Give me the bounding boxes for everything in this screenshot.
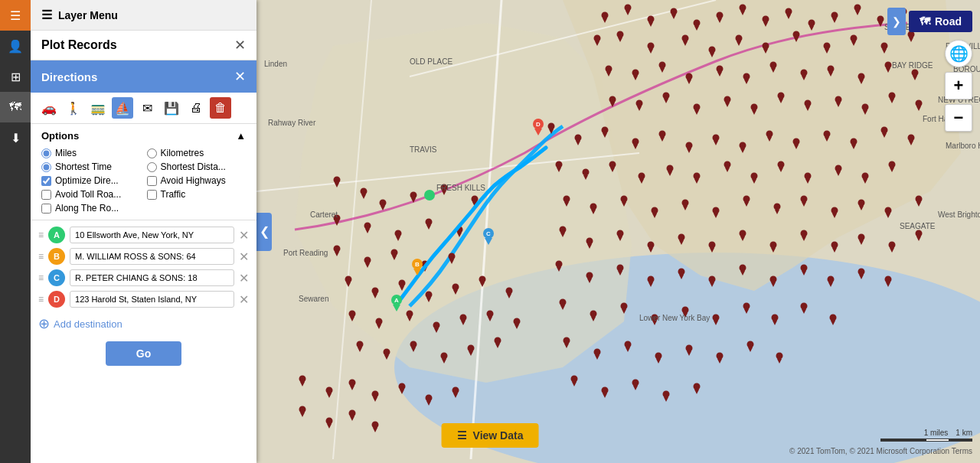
avoid-highways-label: Avoid Highways: [161, 175, 226, 186]
waypoint-badge-d: D: [48, 291, 65, 308]
shortest-distance-label: Shortest Dista...: [161, 161, 226, 172]
optimize-directions-label: Optimize Dire...: [55, 175, 119, 186]
transport-walk-button[interactable]: 🚶: [63, 97, 84, 119]
scale-miles: 1 miles: [924, 429, 949, 437]
shortest-distance-option[interactable]: Shortest Dista...: [147, 161, 247, 172]
waypoint-row-a: ≡ A ✕: [38, 227, 249, 243]
panel-expand-button[interactable]: ❮: [256, 213, 272, 251]
kilometres-option[interactable]: Kilometres: [147, 148, 247, 158]
waypoint-handle-a: ≡: [38, 230, 44, 240]
zoom-in-button[interactable]: +: [945, 72, 972, 99]
view-data-label: View Data: [473, 429, 524, 442]
copyright-text: © 2021 TomTom, © 2021 Microsoft Corporat…: [789, 447, 972, 455]
waypoint-badge-c: C: [48, 269, 65, 286]
transport-save-button[interactable]: 💾: [161, 97, 182, 119]
transport-ferry-button[interactable]: ⛵: [112, 97, 133, 119]
globe-button[interactable]: 🌐: [945, 40, 972, 67]
kilometres-label: Kilometres: [161, 148, 204, 158]
shortest-time-radio[interactable]: [41, 162, 51, 172]
avoid-toll-roads-option[interactable]: Avoid Toll Roa...: [41, 189, 141, 200]
traffic-option[interactable]: Traffic: [147, 189, 247, 200]
along-the-road-label: Along The Ro...: [55, 203, 119, 214]
zoom-out-button[interactable]: −: [945, 104, 972, 132]
plot-records-close-button[interactable]: ✕: [234, 38, 246, 52]
map-view-arrow-button[interactable]: ❯: [887, 8, 906, 35]
avoid-highways-checkbox[interactable]: [147, 176, 157, 186]
avoid-toll-roads-label: Avoid Toll Roa...: [55, 189, 121, 200]
shortest-time-option[interactable]: Shortest Time: [41, 161, 141, 172]
options-collapse-icon: ▲: [236, 130, 246, 142]
shortest-time-label: Shortest Time: [55, 161, 112, 172]
sidebar-icon-download[interactable]: ⬇: [0, 122, 31, 153]
miles-radio[interactable]: [41, 148, 51, 158]
traffic-checkbox[interactable]: [147, 190, 157, 200]
waypoint-input-d[interactable]: [70, 291, 234, 308]
directions-close-button[interactable]: ✕: [234, 68, 246, 85]
go-button[interactable]: Go: [106, 341, 181, 366]
transport-transit-button[interactable]: 🚃: [87, 97, 109, 119]
waypoint-handle-c: ≡: [38, 272, 44, 283]
waypoint-remove-c[interactable]: ✕: [239, 271, 249, 285]
layer-menu-title: Layer Menu: [58, 9, 118, 21]
scale-km: 1 km: [956, 429, 972, 437]
sidebar-icon-map[interactable]: 🗺: [0, 92, 31, 122]
waypoint-row-c: ≡ C ✕: [38, 269, 249, 286]
waypoints-section: ≡ A ✕ ≡ B ✕ ≡ C ✕ ≡ D ✕ ⊕ Add destinatio…: [31, 220, 256, 378]
sidebar-icon-grid[interactable]: ⊞: [0, 61, 31, 92]
view-data-icon: ☰: [457, 429, 467, 442]
svg-marker-1: [295, 23, 632, 383]
road-label: Road: [935, 15, 962, 28]
road-icon: 🗺: [920, 15, 930, 28]
add-destination-row[interactable]: ⊕ Add destination: [38, 312, 249, 335]
sidebar: ☰ 👤 ⊞ 🗺 ⬇: [0, 0, 31, 463]
sidebar-icon-person[interactable]: 👤: [0, 31, 31, 61]
waypoint-input-a[interactable]: [70, 227, 234, 243]
avoid-highways-option[interactable]: Avoid Highways: [147, 175, 247, 186]
traffic-label: Traffic: [161, 189, 186, 200]
along-the-road-checkbox[interactable]: [41, 204, 51, 214]
directions-header: Directions ✕: [31, 60, 256, 93]
transport-icons-row: 🚗 🚶 🚃 ⛵ ✉ 💾 🖨 🗑: [31, 93, 256, 124]
transport-email-button[interactable]: ✉: [136, 97, 158, 119]
transport-car-button[interactable]: 🚗: [38, 97, 60, 119]
options-header[interactable]: Options ▲: [41, 130, 246, 142]
transport-trash-button[interactable]: 🗑: [210, 97, 231, 119]
sidebar-icon-layers[interactable]: ☰: [0, 0, 31, 31]
miles-option[interactable]: Miles: [41, 148, 141, 158]
plot-records-header: Plot Records ✕: [31, 31, 256, 60]
panel: ☰ Layer Menu Plot Records ✕ Directions ✕…: [31, 0, 256, 463]
layer-menu-icon: ☰: [41, 8, 52, 22]
layer-menu-header: ☰ Layer Menu: [31, 0, 256, 31]
along-the-road-option[interactable]: Along The Ro...: [41, 203, 141, 214]
plot-records-title: Plot Records: [41, 38, 117, 52]
waypoint-handle-b: ≡: [38, 251, 44, 262]
waypoint-row-b: ≡ B ✕: [38, 248, 249, 265]
scale-bar: 1 miles 1 km: [880, 429, 972, 442]
road-view-button[interactable]: 🗺 Road: [909, 11, 972, 32]
add-destination-icon: ⊕: [38, 315, 50, 332]
options-grid: Miles Kilometres Shortest Time Shortest …: [41, 148, 246, 214]
directions-title: Directions: [41, 70, 97, 83]
waypoint-row-d: ≡ D ✕: [38, 291, 249, 308]
waypoint-handle-d: ≡: [38, 294, 44, 305]
waypoint-input-c[interactable]: [70, 269, 234, 286]
waypoint-remove-a[interactable]: ✕: [239, 228, 249, 243]
kilometres-radio[interactable]: [147, 148, 157, 158]
waypoint-remove-d[interactable]: ✕: [239, 292, 249, 307]
waypoint-input-b[interactable]: [70, 248, 234, 265]
optimize-directions-checkbox[interactable]: [41, 176, 51, 186]
avoid-toll-roads-checkbox[interactable]: [41, 190, 51, 200]
options-title: Options: [41, 130, 79, 142]
view-data-button[interactable]: ☰ View Data: [442, 423, 539, 448]
waypoint-remove-b[interactable]: ✕: [239, 249, 249, 264]
waypoint-badge-a: A: [48, 227, 65, 243]
shortest-distance-radio[interactable]: [147, 162, 157, 172]
add-destination-label: Add destination: [54, 318, 122, 330]
map-background: [256, 0, 980, 463]
waypoint-badge-b: B: [48, 248, 65, 265]
transport-print-button[interactable]: 🖨: [185, 97, 207, 119]
optimize-directions-option[interactable]: Optimize Dire...: [41, 175, 141, 186]
miles-label: Miles: [55, 148, 77, 158]
options-section: Options ▲ Miles Kilometres Shortest Time…: [31, 124, 256, 220]
